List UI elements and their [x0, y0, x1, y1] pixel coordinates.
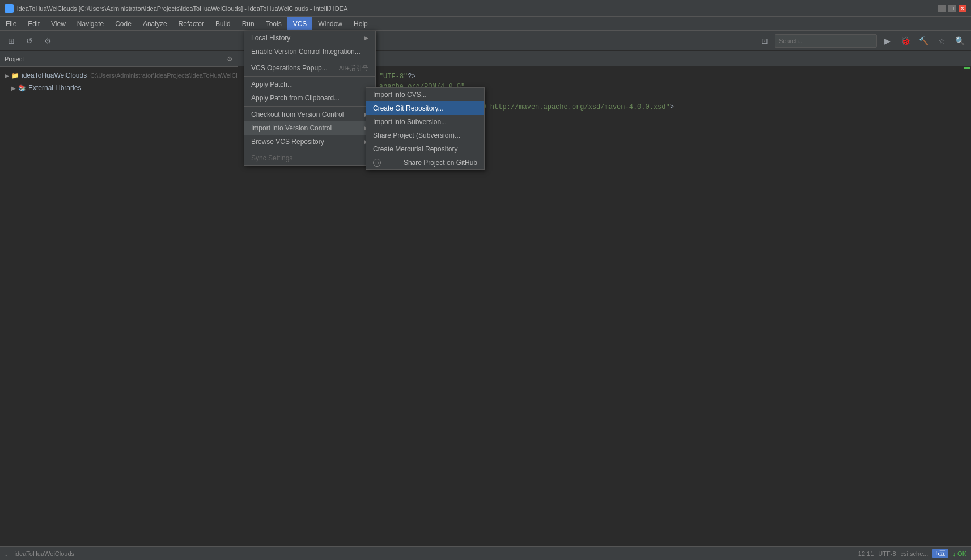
menu-bar: File Edit View Navigate Code Analyze Ref…: [0, 17, 971, 31]
tree-external-libraries-label: External Libraries: [28, 84, 81, 92]
title-bar: ideaToHuaWeiClouds [C:\Users\Administrat…: [0, 0, 971, 17]
search-input[interactable]: [775, 34, 877, 48]
menu-tools[interactable]: Tools: [260, 17, 287, 30]
toolbar-sync-icon[interactable]: ↺: [22, 33, 37, 49]
menu-window[interactable]: Window: [312, 17, 348, 30]
menu-view[interactable]: View: [45, 17, 71, 30]
sidebar-header: Project ⚙: [0, 51, 238, 67]
toolbar-vcs-icon[interactable]: ⊡: [757, 33, 773, 49]
vcs-menu-sync-settings[interactable]: Sync Settings: [244, 151, 375, 165]
import-svn-item[interactable]: Import into Subversion...: [366, 115, 484, 129]
tree-arrow-ext-icon: ▶: [11, 85, 16, 91]
right-gutter: [962, 67, 971, 546]
toolbar-settings-icon[interactable]: ⚙: [40, 33, 56, 49]
menu-code[interactable]: Code: [109, 17, 137, 30]
vcs-menu-enable-vci[interactable]: Enable Version Control Integration...: [244, 45, 375, 58]
menu-run[interactable]: Run: [236, 17, 260, 30]
toolbar-run-icon[interactable]: ▶: [879, 33, 895, 49]
menu-navigate[interactable]: Navigate: [71, 17, 109, 30]
status-lang: 5五: [932, 549, 948, 558]
tree-project-name: ideaToHuaWeiClouds: [22, 71, 87, 79]
separator-2: [244, 76, 375, 77]
status-position: 12:11: [858, 550, 874, 557]
toolbar-find-icon[interactable]: 🔍: [952, 33, 968, 49]
vcs-menu-browse-vcs[interactable]: Browse VCS Repository: [244, 135, 375, 149]
window-controls: _ □ ✕: [938, 5, 966, 12]
status-project-name: ideaToHuaWeiClouds: [15, 550, 75, 557]
status-bar: ↓ ideaToHuaWeiClouds 12:11 UTF-8 csi:sch…: [0, 546, 971, 560]
vcs-menu-import-vcs[interactable]: Import into Version Control: [244, 121, 375, 135]
share-svn-item[interactable]: Share Project (Subversion)...: [366, 129, 484, 142]
app-icon: [5, 4, 14, 13]
status-line-sep: csi:sche...: [901, 550, 928, 557]
menu-refactor[interactable]: Refactor: [173, 17, 210, 30]
menu-build[interactable]: Build: [210, 17, 236, 30]
toolbar-build-icon[interactable]: 🔨: [915, 33, 931, 49]
tree-arrow-icon: ▶: [5, 73, 9, 79]
create-hg-item[interactable]: Create Mercurial Repository: [366, 142, 484, 156]
import-cvs-item[interactable]: Import into CVS...: [366, 88, 484, 101]
status-right: 12:11 UTF-8 csi:sche... 5五 ↓ OK: [858, 549, 966, 558]
toolbar: ⊞ ↺ ⚙ ⊡ ▶ 🐞 🔨 ☆ 🔍: [0, 31, 971, 51]
vcs-menu-apply-patch[interactable]: Apply Patch...: [244, 78, 375, 91]
menu-file[interactable]: File: [0, 17, 22, 30]
right-hint: [964, 67, 970, 69]
toolbar-bookmark-icon[interactable]: ☆: [934, 33, 949, 49]
toolbar-project-icon[interactable]: ⊞: [3, 33, 19, 49]
library-icon: 📚: [18, 84, 26, 92]
toolbar-right: ⊡ ▶ 🐞 🔨 ☆ 🔍: [757, 33, 968, 49]
sidebar-gear-icon[interactable]: ⚙: [227, 55, 233, 63]
download-icon: ↓ OK: [953, 550, 966, 557]
vcs-menu-operations-popup[interactable]: VCS Operations Popup... Alt+后引号: [244, 61, 375, 75]
status-encoding: UTF-8: [878, 550, 896, 557]
sidebar: Project ⚙ ▶ 📁 ideaToHuaWeiClouds C:\User…: [0, 51, 238, 546]
vcs-dropdown[interactable]: Local History Enable Version Control Int…: [244, 31, 376, 166]
create-git-repo-item[interactable]: Create Git Repository...: [366, 101, 484, 115]
tree-external-libraries[interactable]: ▶ 📚 External Libraries: [0, 82, 238, 94]
sidebar-title: Project: [5, 56, 24, 62]
menu-analyze[interactable]: Analyze: [137, 17, 173, 30]
vcs-menu-checkout[interactable]: Checkout from Version Control: [244, 108, 375, 121]
menu-help[interactable]: Help: [348, 17, 374, 30]
tree-project-path: C:\Users\Administrator\IdeaProjects\idea…: [90, 72, 251, 79]
separator-1: [244, 60, 375, 60]
close-button[interactable]: ✕: [959, 5, 966, 12]
github-icon: ⊙: [373, 159, 381, 167]
separator-4: [244, 150, 375, 150]
project-tree: ▶ 📁 ideaToHuaWeiClouds C:\Users\Administ…: [0, 67, 238, 96]
menu-vcs[interactable]: VCS: [287, 17, 313, 30]
maximize-button[interactable]: □: [948, 5, 956, 12]
tree-project-root[interactable]: ▶ 📁 ideaToHuaWeiClouds C:\Users\Administ…: [0, 69, 238, 82]
separator-3: [244, 106, 375, 107]
minimize-button[interactable]: _: [938, 5, 946, 12]
menu-edit[interactable]: Edit: [22, 17, 45, 30]
status-left: ↓ ideaToHuaWeiClouds: [5, 550, 74, 557]
vcs-menu-apply-patch-clipboard[interactable]: Apply Patch from Clipboard...: [244, 91, 375, 105]
main-layout: Project ⚙ ▶ 📁 ideaToHuaWeiClouds C:\User…: [0, 51, 971, 546]
import-vcs-submenu[interactable]: Import into CVS... Create Git Repository…: [366, 87, 485, 170]
title-text: ideaToHuaWeiClouds [C:\Users\Administrat…: [17, 5, 938, 12]
vcs-menu-local-history[interactable]: Local History: [244, 31, 375, 45]
folder-icon: 📁: [11, 72, 19, 79]
status-git-icon: ↓: [5, 550, 8, 557]
toolbar-debug-icon[interactable]: 🐞: [897, 33, 913, 49]
share-github-item[interactable]: ⊙ Share Project on GitHub: [366, 156, 484, 169]
